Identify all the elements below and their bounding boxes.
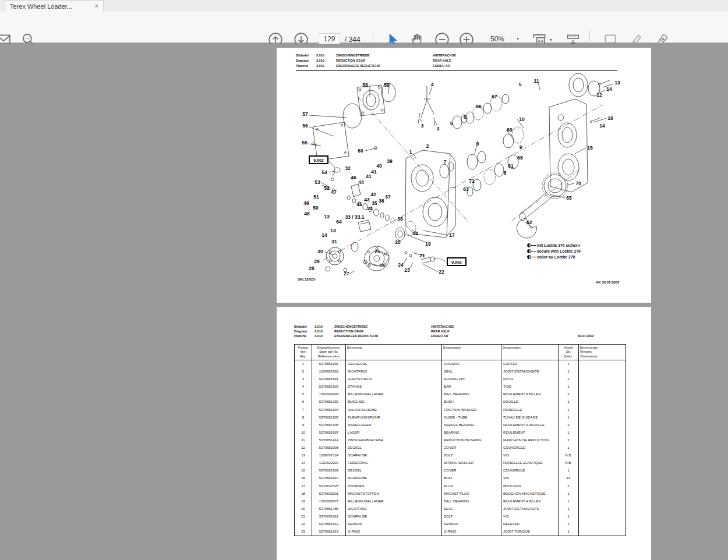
legend-row: coller au Loctite 270 [527,254,581,260]
legend-text-en: secure with Loctite 270 [537,249,581,253]
tab-close-icon[interactable]: × [95,3,98,9]
callout-number: 22 [439,269,444,275]
callout-number: 30 [317,249,323,254]
table-cell [579,421,625,429]
table-row: 35370651641GLEITSTUECKSLIDING PINPATIN2 [295,375,625,383]
column-header: Benennung [346,345,442,360]
callout-number: 46 [351,175,356,180]
callout-number: 25 [374,249,380,254]
table-cell: 1 [559,528,579,536]
parts-table-header-row: PositionItemRep.ErsatzteilnummerSpare pa… [295,345,625,360]
table-cell: 1 [559,520,579,528]
table-cell: 2 [559,421,579,429]
callout-number: 14 [321,232,327,238]
table-cell: 16 [295,474,312,482]
callout-number: 55 [302,140,308,146]
chevron-down-icon: ▾ [550,37,552,42]
table-cell [579,383,625,391]
table-cell: 1 [559,414,579,421]
pdf-page-diagram: Bildtafel 3.010 ZWISCHENGETRIEBE HINTERA… [277,48,651,303]
table-cell: NEEDLE BEARING [442,421,501,429]
table-cell: ZWISCHENBUECHSE [346,437,442,444]
callout-leader-line [550,194,565,198]
callout-leader-line [413,154,416,158]
chevron-down-icon: ▾ [517,36,519,41]
table-cell: 14 [559,474,579,482]
callout-number: 9 [520,144,522,150]
pdf-page-parts-list: Bildtafel 3.010 ZWISCHENGETRIEBE HINTERA… [277,307,651,560]
table-cell: 1 [559,368,579,375]
table-cell: BEARING [442,429,501,437]
callout-number: 65 [566,195,572,201]
table-cell: 15 [295,467,312,474]
callout-number: 54 [321,169,327,175]
table-cell: SCHRAUBE [346,452,442,459]
table-cell: 1 [559,383,579,391]
callout-leader-line [309,127,334,136]
table-cell: 1 [559,467,579,474]
callout-number: 20 [395,239,401,245]
callout-number: 43 [364,197,370,203]
document-tab[interactable]: Terex Wheel Loader... × [5,0,104,12]
table-cell: BALL BEARING [442,391,501,398]
table-cell: ROULEMENT A BILLES [501,498,559,505]
table-cell: N.B. [559,459,579,467]
callout-number: 59 [384,82,390,88]
table-cell: 5370651912 [312,520,346,528]
table-cell: 5370632531 [312,490,346,498]
legend-dash [531,251,536,251]
callout-number: 47 [331,189,337,195]
table-cell: BALL BEARING [442,498,501,505]
callout-number: 13 [324,214,330,219]
callout-number: 4 [431,81,434,87]
table-cell: 1321622020 [312,459,346,467]
header-number: 3.010 [314,334,323,339]
column-header: AnzahlQty.Quant. [559,345,579,360]
table-cell: 20 [295,505,312,513]
callout-leader-line [404,258,407,264]
table-cell [579,513,625,520]
column-header: Denomination [442,345,501,360]
header-date: 30.07.2002 [578,334,594,339]
table-cell: JOINT D'ETANCHEITE [501,505,559,513]
table-cell [579,414,625,421]
table-cell: 17 [295,483,312,490]
callout-number: 64 [336,219,342,225]
callout-number: 26 [379,263,385,268]
callout-number: 10 [519,116,525,122]
table-row: 225370651912SENSORSENSORRELEVER1 [295,520,625,528]
table-cell: 1 [559,498,579,505]
drawing-date-code: AK 30.07.2002 [596,281,619,284]
table-row: 51503003039RILLENKUGELLAGERBALL BEARINGR… [295,391,625,398]
table-cell: COVER [442,467,501,474]
half-filled-circle-icon [527,249,531,253]
table-row: 75370651904ANLAUFSCHEIBEFRICTION WASHERR… [295,406,625,414]
table-cell: GUIDE - TUBE [442,414,501,421]
callout-number: 14 [599,123,605,129]
table-cell: NADELLAGER [346,421,442,429]
table-row: 125370651908DECKELCOVERCOUVERCLE1 [295,444,625,452]
table-cell: ROULEMENT [501,429,559,437]
table-cell: 6 [295,398,312,406]
table-cell: BOUCHON [501,483,559,490]
table-cell: BUECHSE [346,398,442,406]
table-row: 235370651913O-RINGO-RINGJOINT TORIQUE1 [295,528,625,536]
table-cell [579,483,625,490]
table-cell: ROULEMENT A AIGUILLE [501,421,559,429]
table-row: 131008707124SCHRAUBEBOLTVISN.B. [295,452,625,459]
callout-number: 61 [508,163,514,169]
callout-leader-line [423,264,438,272]
header-right-fr: ESSIEU AR [431,334,448,339]
parts-list-header: Bildtafel 3.010 ZWISCHENGETRIEBE HINTERA… [294,324,625,341]
acrobat-window: { "browser": { "tab_title": "Terex Wheel… [0,0,728,560]
reference-box-label: 9.002 [451,260,462,264]
table-cell: PATIN [501,375,559,383]
table-cell: JOINT TORIQUE [501,528,559,536]
column-header: Dénomination [501,345,559,360]
document-viewer[interactable]: Bildtafel 3.010 ZWISCHENGETRIEBE HINTERA… [0,44,728,560]
table-cell: FEDERRING [346,459,442,467]
table-cell: DOUILLE [501,398,559,406]
callout-leader-line [409,263,413,269]
callout-number: 45 [356,201,362,207]
table-row: 175370632528STOPFENPLUGBOUCHON2 [295,483,625,490]
